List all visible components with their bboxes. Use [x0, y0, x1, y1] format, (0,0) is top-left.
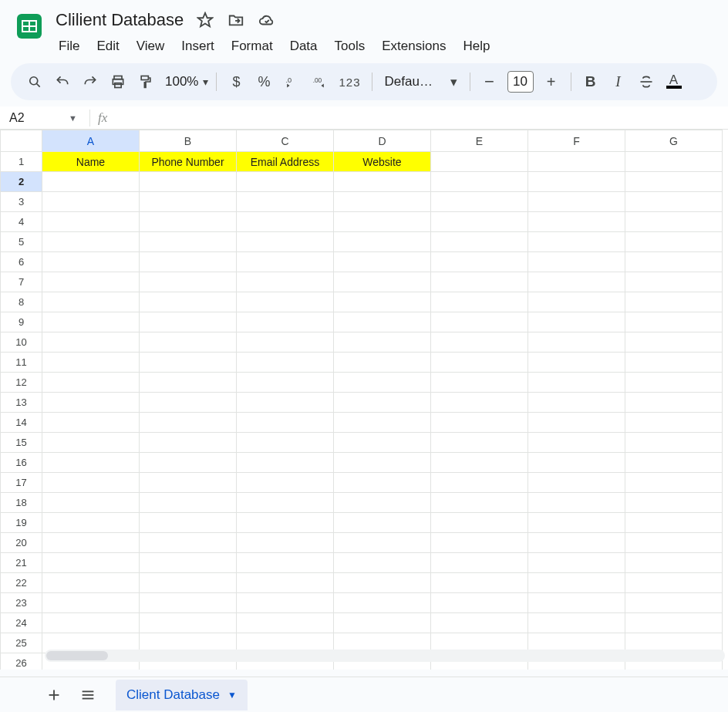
cell-F18[interactable] [528, 493, 625, 513]
cell-G5[interactable] [625, 232, 723, 252]
percent-icon[interactable]: % [251, 69, 277, 95]
cell-E8[interactable] [431, 292, 528, 312]
increase-decimal-icon[interactable]: .00 [306, 69, 332, 95]
cell-B21[interactable] [140, 553, 237, 573]
cell-A24[interactable] [42, 613, 140, 633]
row-header-12[interactable]: 12 [1, 373, 42, 393]
cell-E19[interactable] [431, 513, 528, 533]
cell-C3[interactable] [237, 192, 334, 212]
cell-F6[interactable] [528, 252, 625, 272]
cell-C7[interactable] [237, 272, 334, 292]
cell-B18[interactable] [140, 493, 237, 513]
cell-B1[interactable]: Phone Number [140, 152, 237, 172]
cell-G9[interactable] [625, 312, 723, 332]
cell-E16[interactable] [431, 453, 528, 473]
cell-A18[interactable] [42, 493, 140, 513]
column-header-E[interactable]: E [431, 130, 528, 152]
cell-E21[interactable] [431, 553, 528, 573]
cell-E12[interactable] [431, 373, 528, 393]
cell-B16[interactable] [140, 453, 237, 473]
undo-icon[interactable] [49, 69, 76, 95]
cell-F12[interactable] [528, 373, 625, 393]
row-header-1[interactable]: 1 [1, 152, 42, 172]
cell-D22[interactable] [334, 573, 431, 593]
cell-F8[interactable] [528, 292, 625, 312]
cell-C18[interactable] [237, 493, 334, 513]
cell-G2[interactable] [625, 172, 723, 192]
cell-B14[interactable] [140, 413, 237, 433]
cell-D14[interactable] [334, 413, 431, 433]
cell-C11[interactable] [237, 353, 334, 373]
cell-G4[interactable] [625, 212, 723, 232]
cell-A20[interactable] [42, 533, 140, 553]
sheet-tab-active[interactable]: Client Database ▼ [116, 680, 248, 710]
cell-E14[interactable] [431, 413, 528, 433]
cell-D9[interactable] [334, 312, 431, 332]
cell-A10[interactable] [42, 332, 140, 353]
cell-C4[interactable] [237, 212, 334, 232]
cell-G12[interactable] [625, 373, 723, 393]
folder-move-icon[interactable] [222, 6, 250, 34]
cell-E13[interactable] [431, 393, 528, 413]
row-header-5[interactable]: 5 [1, 232, 42, 252]
menu-extensions[interactable]: Extensions [374, 35, 453, 57]
cell-F15[interactable] [528, 433, 625, 453]
cell-D5[interactable] [334, 232, 431, 252]
cell-E24[interactable] [431, 613, 528, 633]
cell-F3[interactable] [528, 192, 625, 212]
row-header-9[interactable]: 9 [1, 312, 42, 332]
row-header-21[interactable]: 21 [1, 553, 42, 573]
decrease-decimal-icon[interactable]: .0 [278, 69, 305, 95]
strikethrough-icon[interactable] [633, 69, 659, 95]
cell-F21[interactable] [528, 553, 625, 573]
cell-B4[interactable] [140, 212, 237, 232]
cell-C17[interactable] [237, 473, 334, 493]
cell-F1[interactable] [528, 152, 625, 172]
cell-C14[interactable] [237, 413, 334, 433]
cell-B6[interactable] [140, 252, 237, 272]
column-header-F[interactable]: F [528, 130, 625, 152]
document-title[interactable]: Clilient Database [51, 8, 188, 32]
search-icon[interactable] [22, 69, 48, 95]
cell-B10[interactable] [140, 332, 237, 353]
cell-G10[interactable] [625, 332, 723, 353]
cell-C12[interactable] [237, 373, 334, 393]
cell-B15[interactable] [140, 433, 237, 453]
cell-D23[interactable] [334, 593, 431, 613]
row-header-20[interactable]: 20 [1, 533, 42, 553]
cell-D18[interactable] [334, 493, 431, 513]
cell-F10[interactable] [528, 332, 625, 353]
number-format-123[interactable]: 123 [334, 76, 365, 89]
cell-F24[interactable] [528, 613, 625, 633]
cell-G24[interactable] [625, 613, 723, 633]
row-header-7[interactable]: 7 [1, 272, 42, 292]
cell-A23[interactable] [42, 593, 140, 613]
menu-edit[interactable]: Edit [89, 35, 126, 57]
cell-B19[interactable] [140, 513, 237, 533]
cell-G15[interactable] [625, 433, 723, 453]
cell-F5[interactable] [528, 232, 625, 252]
text-color-icon[interactable]: A [661, 69, 687, 95]
row-header-15[interactable]: 15 [1, 433, 42, 453]
cell-F20[interactable] [528, 533, 625, 553]
cell-A8[interactable] [42, 292, 140, 312]
cell-F14[interactable] [528, 413, 625, 433]
all-sheets-icon[interactable] [72, 680, 103, 710]
cell-A19[interactable] [42, 513, 140, 533]
cell-G14[interactable] [625, 413, 723, 433]
cell-A7[interactable] [42, 272, 140, 292]
name-box[interactable]: A2 ▼ [8, 111, 82, 125]
cell-C8[interactable] [237, 292, 334, 312]
cell-D20[interactable] [334, 533, 431, 553]
row-header-13[interactable]: 13 [1, 393, 42, 413]
cell-B5[interactable] [140, 232, 237, 252]
select-all-corner[interactable] [1, 130, 42, 152]
cell-G1[interactable] [625, 152, 723, 172]
cell-G22[interactable] [625, 573, 723, 593]
cell-G18[interactable] [625, 493, 723, 513]
cell-B12[interactable] [140, 373, 237, 393]
cell-D16[interactable] [334, 453, 431, 473]
cell-D3[interactable] [334, 192, 431, 212]
spreadsheet-grid[interactable]: ABCDEFG1NamePhone NumberEmail AddressWeb… [0, 130, 728, 670]
cell-D24[interactable] [334, 613, 431, 633]
